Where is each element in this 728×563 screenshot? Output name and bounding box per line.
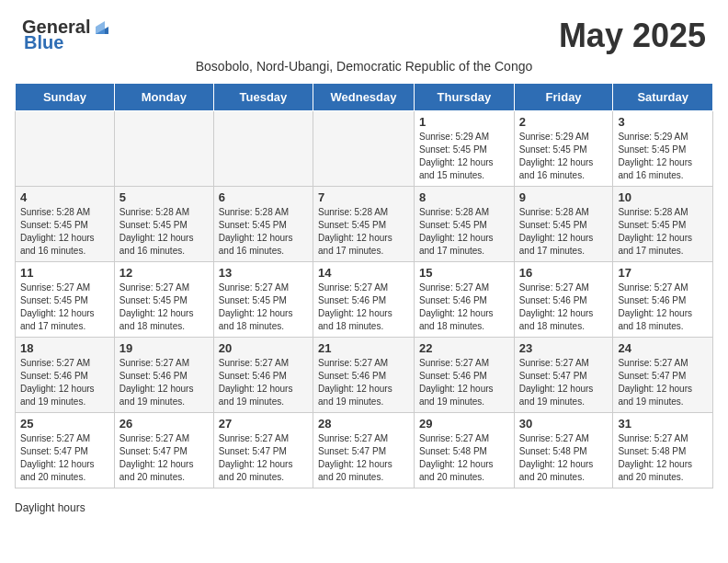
day-header-friday: Friday xyxy=(514,84,613,111)
calendar-cell: 6Sunrise: 5:28 AM Sunset: 5:45 PM Daylig… xyxy=(213,187,313,262)
calendar-cell: 7Sunrise: 5:28 AM Sunset: 5:45 PM Daylig… xyxy=(313,187,415,262)
day-number: 17 xyxy=(618,266,708,280)
day-info: Sunrise: 5:28 AM Sunset: 5:45 PM Dayligh… xyxy=(219,206,308,258)
calendar-cell: 22Sunrise: 5:27 AM Sunset: 5:46 PM Dayli… xyxy=(414,338,514,413)
calendar-cell xyxy=(313,111,415,187)
calendar-cell: 27Sunrise: 5:27 AM Sunset: 5:47 PM Dayli… xyxy=(213,413,313,488)
footer: Daylight hours xyxy=(0,498,728,522)
svg-marker-1 xyxy=(96,21,105,34)
day-number: 11 xyxy=(20,266,109,280)
day-info: Sunrise: 5:27 AM Sunset: 5:46 PM Dayligh… xyxy=(419,282,509,333)
calendar-cell: 11Sunrise: 5:27 AM Sunset: 5:45 PM Dayli… xyxy=(16,262,115,338)
calendar-cell: 19Sunrise: 5:27 AM Sunset: 5:46 PM Dayli… xyxy=(114,338,213,413)
day-info: Sunrise: 5:27 AM Sunset: 5:48 PM Dayligh… xyxy=(419,432,509,484)
title-section: May 2025 xyxy=(559,17,706,55)
day-number: 18 xyxy=(20,341,109,355)
day-info: Sunrise: 5:27 AM Sunset: 5:46 PM Dayligh… xyxy=(20,357,109,408)
calendar-table: SundayMondayTuesdayWednesdayThursdayFrid… xyxy=(15,83,713,488)
calendar-container: SundayMondayTuesdayWednesdayThursdayFrid… xyxy=(0,83,728,498)
day-number: 1 xyxy=(419,115,509,129)
day-info: Sunrise: 5:27 AM Sunset: 5:47 PM Dayligh… xyxy=(119,432,209,484)
day-info: Sunrise: 5:28 AM Sunset: 5:45 PM Dayligh… xyxy=(119,206,209,258)
day-number: 9 xyxy=(519,190,609,204)
day-info: Sunrise: 5:27 AM Sunset: 5:48 PM Dayligh… xyxy=(519,432,609,484)
day-info: Sunrise: 5:28 AM Sunset: 5:45 PM Dayligh… xyxy=(618,206,708,258)
month-title: May 2025 xyxy=(559,17,706,55)
day-info: Sunrise: 5:29 AM Sunset: 5:45 PM Dayligh… xyxy=(618,131,708,182)
day-number: 16 xyxy=(519,266,609,280)
day-info: Sunrise: 5:27 AM Sunset: 5:46 PM Dayligh… xyxy=(618,282,708,333)
day-header-sunday: Sunday xyxy=(16,84,115,111)
daylight-label: Daylight hours xyxy=(15,501,85,514)
days-header-row: SundayMondayTuesdayWednesdayThursdayFrid… xyxy=(16,84,713,111)
day-number: 15 xyxy=(419,266,509,280)
calendar-cell: 31Sunrise: 5:27 AM Sunset: 5:48 PM Dayli… xyxy=(613,413,713,488)
day-info: Sunrise: 5:27 AM Sunset: 5:45 PM Dayligh… xyxy=(219,282,308,333)
calendar-cell: 25Sunrise: 5:27 AM Sunset: 5:47 PM Dayli… xyxy=(16,413,115,488)
day-info: Sunrise: 5:28 AM Sunset: 5:45 PM Dayligh… xyxy=(419,206,509,258)
calendar-cell: 30Sunrise: 5:27 AM Sunset: 5:48 PM Dayli… xyxy=(514,413,613,488)
day-header-thursday: Thursday xyxy=(414,84,514,111)
day-header-monday: Monday xyxy=(114,84,213,111)
calendar-cell: 29Sunrise: 5:27 AM Sunset: 5:48 PM Dayli… xyxy=(414,413,514,488)
calendar-cell xyxy=(114,111,213,187)
day-number: 3 xyxy=(618,115,708,129)
day-number: 2 xyxy=(519,115,609,129)
day-number: 24 xyxy=(618,341,708,355)
day-number: 12 xyxy=(119,266,209,280)
day-number: 19 xyxy=(119,341,209,355)
day-info: Sunrise: 5:28 AM Sunset: 5:45 PM Dayligh… xyxy=(318,206,409,258)
day-number: 30 xyxy=(519,417,609,431)
day-info: Sunrise: 5:27 AM Sunset: 5:47 PM Dayligh… xyxy=(618,357,708,408)
calendar-cell: 14Sunrise: 5:27 AM Sunset: 5:46 PM Dayli… xyxy=(313,262,415,338)
day-number: 8 xyxy=(419,190,509,204)
day-info: Sunrise: 5:29 AM Sunset: 5:45 PM Dayligh… xyxy=(419,131,509,182)
day-info: Sunrise: 5:27 AM Sunset: 5:45 PM Dayligh… xyxy=(20,282,109,333)
calendar-cell: 2Sunrise: 5:29 AM Sunset: 5:45 PM Daylig… xyxy=(514,111,613,187)
calendar-cell: 15Sunrise: 5:27 AM Sunset: 5:46 PM Dayli… xyxy=(414,262,514,338)
calendar-cell: 26Sunrise: 5:27 AM Sunset: 5:47 PM Dayli… xyxy=(114,413,213,488)
day-number: 22 xyxy=(419,341,509,355)
day-info: Sunrise: 5:27 AM Sunset: 5:46 PM Dayligh… xyxy=(119,357,209,408)
week-row-4: 18Sunrise: 5:27 AM Sunset: 5:46 PM Dayli… xyxy=(16,338,713,413)
calendar-cell: 13Sunrise: 5:27 AM Sunset: 5:45 PM Dayli… xyxy=(213,262,313,338)
day-info: Sunrise: 5:29 AM Sunset: 5:45 PM Dayligh… xyxy=(519,131,609,182)
calendar-cell: 18Sunrise: 5:27 AM Sunset: 5:46 PM Dayli… xyxy=(16,338,115,413)
day-number: 4 xyxy=(20,190,109,204)
calendar-cell: 16Sunrise: 5:27 AM Sunset: 5:46 PM Dayli… xyxy=(514,262,613,338)
week-row-3: 11Sunrise: 5:27 AM Sunset: 5:45 PM Dayli… xyxy=(16,262,713,338)
calendar-cell: 10Sunrise: 5:28 AM Sunset: 5:45 PM Dayli… xyxy=(613,187,713,262)
day-header-tuesday: Tuesday xyxy=(213,84,313,111)
day-header-wednesday: Wednesday xyxy=(313,84,415,111)
day-number: 14 xyxy=(318,266,409,280)
calendar-cell: 17Sunrise: 5:27 AM Sunset: 5:46 PM Dayli… xyxy=(613,262,713,338)
calendar-cell: 4Sunrise: 5:28 AM Sunset: 5:45 PM Daylig… xyxy=(16,187,115,262)
logo-blue: Blue xyxy=(24,32,63,53)
day-info: Sunrise: 5:27 AM Sunset: 5:45 PM Dayligh… xyxy=(119,282,209,333)
calendar-cell: 12Sunrise: 5:27 AM Sunset: 5:45 PM Dayli… xyxy=(114,262,213,338)
day-info: Sunrise: 5:27 AM Sunset: 5:46 PM Dayligh… xyxy=(519,282,609,333)
day-number: 25 xyxy=(20,417,109,431)
calendar-cell: 21Sunrise: 5:27 AM Sunset: 5:46 PM Dayli… xyxy=(313,338,415,413)
day-info: Sunrise: 5:27 AM Sunset: 5:48 PM Dayligh… xyxy=(618,432,708,484)
calendar-cell xyxy=(213,111,313,187)
day-info: Sunrise: 5:27 AM Sunset: 5:46 PM Dayligh… xyxy=(318,282,409,333)
header: General Blue May 2025 xyxy=(0,0,728,59)
day-number: 26 xyxy=(119,417,209,431)
day-info: Sunrise: 5:28 AM Sunset: 5:45 PM Dayligh… xyxy=(519,206,609,258)
day-info: Sunrise: 5:27 AM Sunset: 5:46 PM Dayligh… xyxy=(318,357,409,408)
calendar-cell: 3Sunrise: 5:29 AM Sunset: 5:45 PM Daylig… xyxy=(613,111,713,187)
day-info: Sunrise: 5:27 AM Sunset: 5:46 PM Dayligh… xyxy=(419,357,509,408)
day-number: 27 xyxy=(219,417,308,431)
day-number: 13 xyxy=(219,266,308,280)
day-info: Sunrise: 5:27 AM Sunset: 5:47 PM Dayligh… xyxy=(219,432,308,484)
day-number: 5 xyxy=(119,190,209,204)
calendar-cell: 9Sunrise: 5:28 AM Sunset: 5:45 PM Daylig… xyxy=(514,187,613,262)
day-info: Sunrise: 5:28 AM Sunset: 5:45 PM Dayligh… xyxy=(20,206,109,258)
day-number: 21 xyxy=(318,341,409,355)
day-info: Sunrise: 5:27 AM Sunset: 5:47 PM Dayligh… xyxy=(20,432,109,484)
calendar-cell: 28Sunrise: 5:27 AM Sunset: 5:47 PM Dayli… xyxy=(313,413,415,488)
day-number: 23 xyxy=(519,341,609,355)
day-number: 28 xyxy=(318,417,409,431)
week-row-5: 25Sunrise: 5:27 AM Sunset: 5:47 PM Dayli… xyxy=(16,413,713,488)
